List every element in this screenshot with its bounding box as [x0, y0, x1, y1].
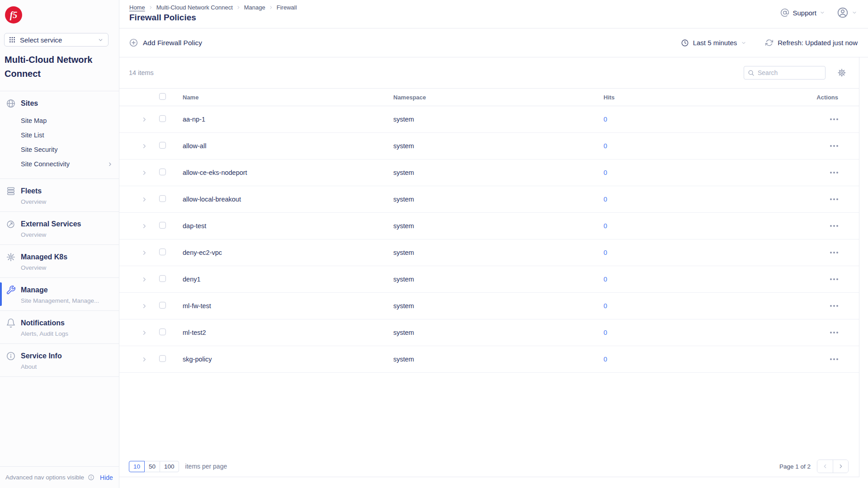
next-page-button[interactable] — [833, 460, 848, 473]
policy-hits-link[interactable]: 0 — [604, 169, 607, 176]
policy-hits-link[interactable]: 0 — [604, 116, 607, 123]
chevron-right-icon — [107, 161, 113, 167]
policy-hits-link[interactable]: 0 — [604, 249, 607, 256]
chevron-right-icon — [838, 463, 844, 469]
row-checkbox[interactable] — [159, 222, 166, 229]
sidebar-item-site-map[interactable]: Site Map — [21, 113, 119, 128]
page-size-100-button[interactable]: 100 — [160, 461, 179, 472]
row-actions-menu[interactable] — [770, 278, 838, 280]
row-checkbox[interactable] — [159, 115, 166, 122]
time-range-selector[interactable]: Last 5 minutes — [681, 39, 747, 47]
table-row: deny1 system 0 — [119, 266, 859, 293]
page-size-selector: 10 50 100 — [129, 461, 179, 472]
policy-name: deny-ec2-vpc — [183, 249, 393, 256]
row-actions-menu[interactable] — [770, 305, 838, 307]
row-expand-icon[interactable] — [141, 169, 148, 176]
sidebar-item-fleets[interactable]: Fleets — [0, 185, 119, 197]
fleets-label: Fleets — [21, 187, 42, 195]
nav-group-external-services: External Services Overview — [0, 211, 119, 244]
table-toolbar: 14 items — [119, 57, 859, 88]
row-checkbox[interactable] — [159, 142, 166, 149]
table-row: dap-test system 0 — [119, 213, 859, 239]
sidebar-item-manage[interactable]: Manage — [0, 284, 119, 296]
previous-page-button[interactable] — [817, 460, 833, 473]
row-actions-menu[interactable] — [770, 332, 838, 333]
row-expand-icon[interactable] — [141, 196, 148, 203]
policy-hits-link[interactable]: 0 — [604, 222, 607, 230]
nav-group-notifications: Notifications Alerts, Audit Logs — [0, 310, 119, 343]
row-actions-menu[interactable] — [770, 225, 838, 227]
row-actions-menu[interactable] — [770, 118, 838, 120]
sidebar-item-site-connectivity[interactable]: Site Connectivity — [21, 157, 119, 171]
refresh-button[interactable]: Refresh: Updated just now — [765, 39, 858, 47]
breadcrumb-manage[interactable]: Manage — [244, 4, 265, 11]
refresh-icon — [765, 39, 773, 47]
ellipsis-icon — [830, 172, 832, 174]
sidebar-footer: Advanced nav options visible Hide — [0, 466, 119, 488]
row-expand-icon[interactable] — [141, 303, 148, 310]
sidebar-item-external-services[interactable]: External Services — [0, 218, 119, 230]
policy-hits-link[interactable]: 0 — [604, 276, 607, 283]
row-expand-icon[interactable] — [141, 249, 148, 256]
policy-hits-link[interactable]: 0 — [604, 196, 607, 203]
row-actions-menu[interactable] — [770, 358, 838, 360]
select-all-checkbox[interactable] — [159, 93, 166, 100]
row-expand-icon[interactable] — [141, 223, 148, 230]
policy-namespace: system — [393, 169, 604, 176]
row-actions-menu[interactable] — [770, 145, 838, 147]
f5-logo[interactable]: f5 — [5, 6, 22, 23]
avatar-icon — [837, 7, 849, 19]
k8s-wheel-icon — [6, 252, 16, 262]
breadcrumb: Home Multi-Cloud Network Connect Manage … — [129, 4, 297, 11]
add-firewall-policy-button[interactable]: Add Firewall Policy — [129, 38, 202, 47]
sidebar-item-managed-k8s[interactable]: Managed K8s — [0, 251, 119, 263]
row-checkbox[interactable] — [159, 195, 166, 202]
breadcrumb-home[interactable]: Home — [129, 4, 145, 11]
breadcrumb-service[interactable]: Multi-Cloud Network Connect — [156, 4, 233, 11]
row-actions-menu[interactable] — [770, 252, 838, 253]
sidebar-item-notifications[interactable]: Notifications — [0, 317, 119, 329]
policy-hits-link[interactable]: 0 — [604, 302, 607, 310]
table-row: ml-fw-test system 0 — [119, 293, 859, 319]
row-expand-icon[interactable] — [141, 276, 148, 283]
sidebar-item-site-list[interactable]: Site List — [21, 128, 119, 142]
row-actions-menu[interactable] — [770, 198, 838, 200]
table-settings-gear-icon[interactable] — [837, 68, 846, 77]
row-checkbox[interactable] — [159, 328, 166, 335]
row-checkbox[interactable] — [159, 355, 166, 362]
external-services-subtitle: Overview — [21, 231, 113, 238]
support-at-icon — [780, 8, 789, 17]
select-service-dropdown[interactable]: Select service — [4, 33, 108, 47]
row-expand-icon[interactable] — [141, 329, 148, 336]
notifications-subtitle: Alerts, Audit Logs — [21, 330, 113, 337]
policy-name: allow-all — [183, 142, 393, 150]
page-size-50-button[interactable]: 50 — [144, 461, 160, 472]
column-header-namespace[interactable]: Namespace — [393, 94, 604, 101]
sidebar-item-sites[interactable]: Sites — [0, 98, 119, 109]
column-header-name[interactable]: Name — [183, 94, 393, 101]
search-input[interactable] — [758, 69, 821, 76]
sidebar-item-site-security[interactable]: Site Security — [21, 142, 119, 157]
policy-namespace: system — [393, 116, 604, 123]
row-checkbox[interactable] — [159, 169, 166, 175]
row-checkbox[interactable] — [159, 275, 166, 282]
hide-advanced-nav-link[interactable]: Hide — [100, 474, 113, 481]
sidebar-item-service-info[interactable]: Service Info — [0, 350, 119, 362]
row-expand-icon[interactable] — [141, 356, 148, 363]
policy-hits-link[interactable]: 0 — [604, 329, 607, 336]
policy-hits-link[interactable]: 0 — [604, 356, 607, 363]
support-menu[interactable]: Support — [780, 8, 825, 17]
policy-name: dap-test — [183, 222, 393, 230]
bell-icon — [6, 318, 16, 328]
row-actions-menu[interactable] — [770, 172, 838, 174]
column-header-hits[interactable]: Hits — [604, 94, 770, 101]
row-expand-icon[interactable] — [141, 116, 148, 123]
row-checkbox[interactable] — [159, 302, 166, 309]
policy-hits-link[interactable]: 0 — [604, 142, 607, 150]
user-menu[interactable] — [837, 7, 857, 19]
row-expand-icon[interactable] — [141, 143, 148, 150]
breadcrumb-firewall[interactable]: Firewall — [277, 4, 297, 11]
page-size-10-button[interactable]: 10 — [129, 461, 145, 472]
row-checkbox[interactable] — [159, 249, 166, 255]
ellipsis-icon — [830, 332, 832, 333]
